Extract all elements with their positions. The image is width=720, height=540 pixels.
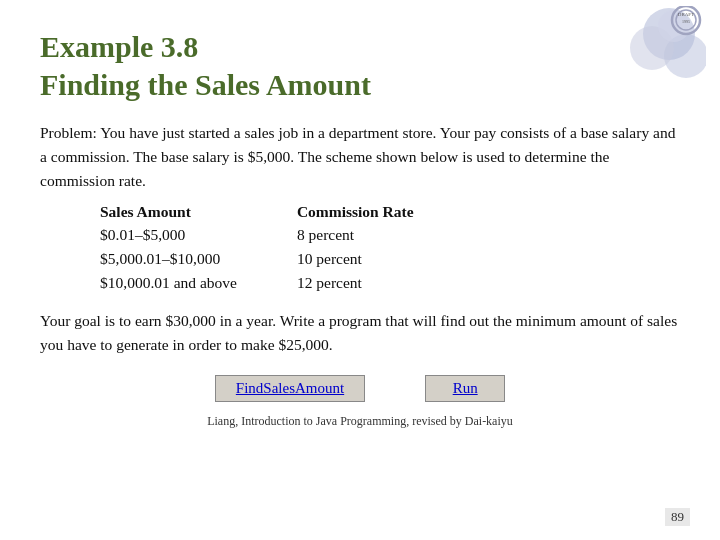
col2-row2: 10 percent	[297, 247, 414, 271]
col-sales-amount: Sales Amount $0.01–$5,000 $5,000.01–$10,…	[100, 203, 237, 295]
col2-header: Commission Rate	[297, 203, 414, 221]
buttons-row: FindSalesAmount Run	[40, 375, 680, 402]
svg-text:DRAFT: DRAFT	[678, 12, 694, 17]
col1-row3: $10,000.01 and above	[100, 271, 237, 295]
run-button[interactable]: Run	[425, 375, 505, 402]
svg-text:1995: 1995	[682, 19, 690, 24]
footer-citation: Liang, Introduction to Java Programming,…	[40, 414, 680, 429]
col1-row1: $0.01–$5,000	[100, 223, 237, 247]
col1-header: Sales Amount	[100, 203, 237, 221]
title-line2: Finding the Sales Amount	[40, 66, 680, 104]
col2-row3: 12 percent	[297, 271, 414, 295]
sales-table: Sales Amount $0.01–$5,000 $5,000.01–$10,…	[100, 203, 680, 295]
slide: DRAFT 1995 Example 3.8 Finding the Sales…	[0, 0, 720, 540]
goal-text: Your goal is to earn $30,000 in a year. …	[40, 309, 680, 357]
problem-text: Problem: You have just started a sales j…	[40, 121, 680, 193]
page-number: 89	[665, 508, 690, 526]
col-commission-rate: Commission Rate 8 percent 10 percent 12 …	[297, 203, 414, 295]
col1-row2: $5,000.01–$10,000	[100, 247, 237, 271]
find-sales-amount-button[interactable]: FindSalesAmount	[215, 375, 365, 402]
col2-row1: 8 percent	[297, 223, 414, 247]
title-line1: Example 3.8	[40, 28, 680, 66]
decorative-circles: DRAFT 1995	[614, 6, 706, 88]
title-block: Example 3.8 Finding the Sales Amount	[40, 28, 680, 103]
